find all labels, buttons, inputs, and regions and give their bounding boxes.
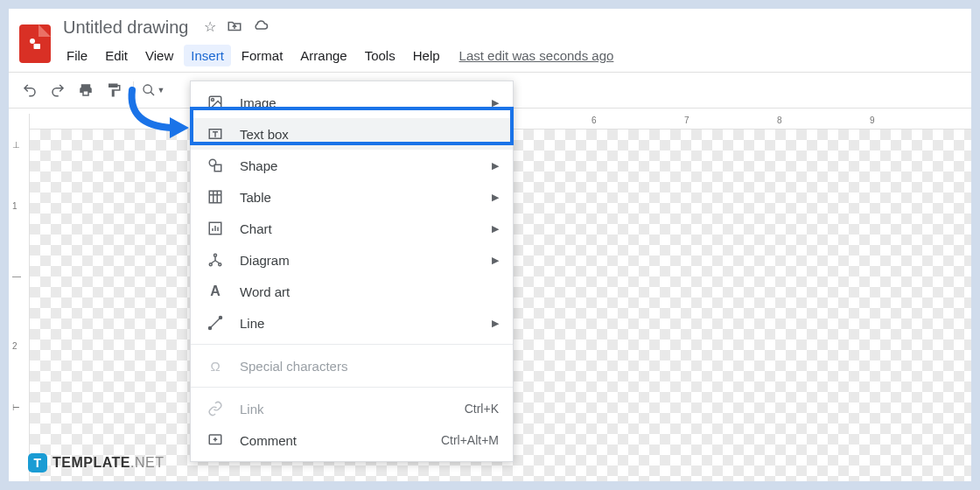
svg-point-14 <box>220 317 222 319</box>
dd-label: Comment <box>240 433 297 448</box>
insert-link[interactable]: Link Ctrl+K <box>191 393 513 424</box>
line-icon <box>206 314 224 332</box>
menu-arrange[interactable]: Arrange <box>293 45 354 66</box>
watermark-brand: TEMPLATE <box>52 455 130 470</box>
menu-view[interactable]: View <box>138 45 180 66</box>
insert-textbox[interactable]: Text box <box>191 118 513 150</box>
dropdown-separator <box>191 387 513 388</box>
insert-comment[interactable]: Comment Ctrl+Alt+M <box>191 424 513 456</box>
svg-rect-7 <box>214 164 221 172</box>
dd-label: Table <box>240 190 271 205</box>
insert-special-chars[interactable]: Ω Special characters <box>191 350 513 382</box>
menu-tools[interactable]: Tools <box>358 45 402 66</box>
svg-rect-8 <box>209 191 221 203</box>
insert-dropdown: Image ▶ Text box Shape ▶ Table ▶ Chart ▶… <box>190 80 514 462</box>
submenu-arrow-icon: ▶ <box>492 255 499 266</box>
dd-label: Link <box>240 402 264 416</box>
submenu-arrow-icon: ▶ <box>492 318 499 329</box>
menu-help[interactable]: Help <box>406 45 447 66</box>
move-folder-icon[interactable] <box>227 18 242 38</box>
insert-line[interactable]: Line ▶ <box>191 307 513 339</box>
dd-label: Shape <box>240 158 277 173</box>
titlebar: Untitled drawing ☆ File Edit View Insert… <box>9 9 971 72</box>
dd-label: Word art <box>240 284 290 299</box>
document-title[interactable]: Untitled drawing <box>60 16 192 39</box>
textbox-icon <box>206 125 224 143</box>
print-button[interactable] <box>74 78 98 102</box>
shape-icon <box>206 157 224 174</box>
chart-icon <box>206 220 224 237</box>
link-icon <box>206 400 224 417</box>
menu-edit[interactable]: Edit <box>98 45 135 66</box>
wordart-icon: A <box>206 283 224 300</box>
toolbar-separator <box>133 81 134 99</box>
watermark-logo-icon: T <box>28 453 47 472</box>
insert-diagram[interactable]: Diagram ▶ <box>191 244 513 276</box>
last-edit-link[interactable]: Last edit was seconds ago <box>459 48 614 63</box>
star-icon[interactable]: ☆ <box>204 18 216 38</box>
app-window: Untitled drawing ☆ File Edit View Insert… <box>9 9 971 481</box>
insert-shape[interactable]: Shape ▶ <box>191 150 513 181</box>
svg-point-10 <box>214 254 217 256</box>
table-icon <box>206 188 224 206</box>
undo-button[interactable] <box>18 78 42 102</box>
app-logo <box>19 24 51 63</box>
dd-label: Text box <box>240 127 289 142</box>
menu-insert[interactable]: Insert <box>184 45 231 66</box>
submenu-arrow-icon: ▶ <box>492 160 499 172</box>
paint-format-button[interactable] <box>102 78 126 102</box>
submenu-arrow-icon: ▶ <box>492 192 499 203</box>
menu-file[interactable]: File <box>60 45 94 66</box>
insert-chart[interactable]: Chart ▶ <box>191 213 513 244</box>
watermark: T TEMPLATE.NET <box>28 453 164 472</box>
dd-label: Diagram <box>240 253 290 268</box>
title-stack: Untitled drawing ☆ File Edit View Insert… <box>60 16 613 72</box>
zoom-button[interactable]: ▼ <box>141 78 165 102</box>
svg-point-11 <box>209 263 212 266</box>
cloud-status-icon[interactable] <box>253 18 269 38</box>
redo-button[interactable] <box>46 78 70 102</box>
dropdown-separator <box>191 344 513 345</box>
dd-label: Image <box>240 95 276 110</box>
dd-label: Line <box>240 316 264 331</box>
insert-wordart[interactable]: A Word art <box>191 276 513 307</box>
dd-label: Special characters <box>240 359 347 374</box>
menubar: File Edit View Insert Format Arrange Too… <box>60 41 613 72</box>
shortcut-label: Ctrl+Alt+M <box>441 433 499 447</box>
svg-point-13 <box>209 327 212 330</box>
svg-point-4 <box>212 99 214 102</box>
shortcut-label: Ctrl+K <box>465 402 499 416</box>
svg-point-0 <box>30 38 35 44</box>
insert-table[interactable]: Table ▶ <box>191 181 513 213</box>
svg-rect-1 <box>34 44 41 49</box>
submenu-arrow-icon: ▶ <box>492 223 499 234</box>
watermark-suffix: .NET <box>130 455 164 470</box>
dd-label: Chart <box>240 221 272 236</box>
diagram-icon <box>206 251 224 269</box>
vertical-ruler: ⊥ 1 — 2 ⊢ <box>9 114 30 481</box>
submenu-arrow-icon: ▶ <box>492 97 499 108</box>
svg-point-12 <box>219 263 221 266</box>
svg-point-2 <box>144 85 151 93</box>
insert-image[interactable]: Image ▶ <box>191 87 513 118</box>
comment-icon <box>206 431 224 449</box>
image-icon <box>206 94 224 111</box>
menu-format[interactable]: Format <box>234 45 290 66</box>
omega-icon: Ω <box>206 357 224 374</box>
